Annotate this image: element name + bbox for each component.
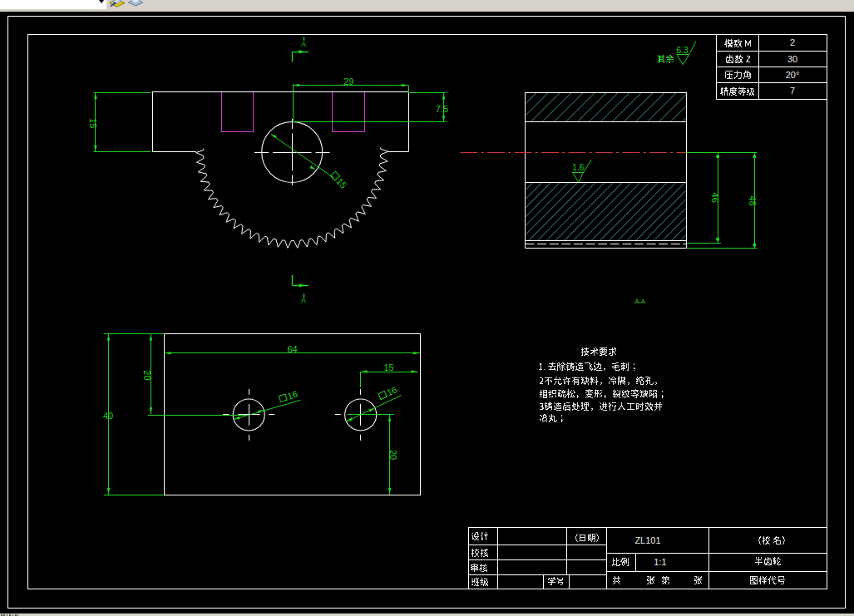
- svg-text:7: 7: [790, 86, 795, 96]
- svg-text:1:1: 1:1: [654, 557, 666, 567]
- svg-text:20: 20: [142, 370, 152, 380]
- svg-text:16: 16: [286, 389, 299, 402]
- svg-text:46: 46: [710, 193, 720, 203]
- svg-text:30: 30: [787, 54, 797, 64]
- svg-text:7.5: 7.5: [436, 104, 448, 114]
- svg-text:A: A: [301, 296, 306, 304]
- svg-text:16: 16: [385, 384, 398, 397]
- svg-text:ZL101: ZL101: [634, 535, 660, 545]
- svg-text:6.3: 6.3: [676, 45, 689, 55]
- svg-text:20°: 20°: [786, 70, 800, 80]
- svg-text:20: 20: [388, 450, 398, 460]
- svg-text:40: 40: [103, 411, 113, 421]
- svg-text:1.6: 1.6: [572, 163, 584, 172]
- svg-text:15: 15: [88, 118, 98, 128]
- svg-text:2: 2: [790, 37, 795, 47]
- svg-text:29: 29: [343, 76, 353, 86]
- svg-text:A: A: [301, 40, 306, 48]
- svg-text:64: 64: [287, 344, 297, 354]
- svg-text:A-A: A-A: [634, 298, 645, 305]
- svg-text:15: 15: [383, 362, 393, 372]
- svg-text:48: 48: [748, 195, 758, 205]
